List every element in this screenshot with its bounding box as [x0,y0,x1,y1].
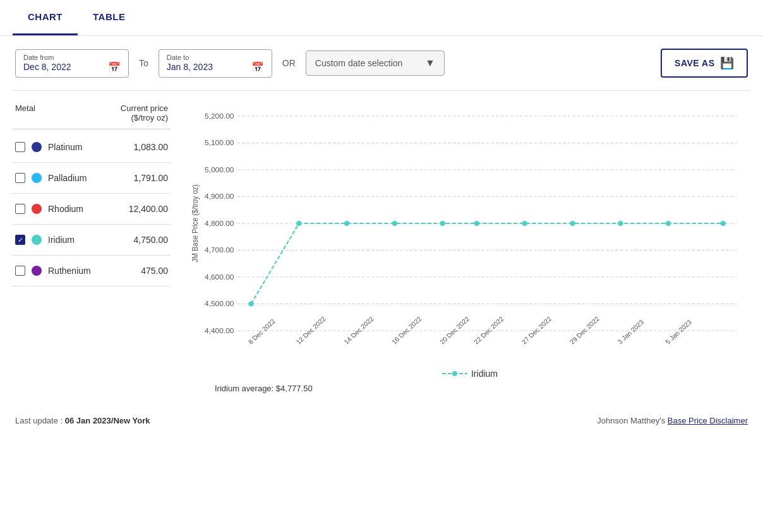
svg-text:16 Dec 2022: 16 Dec 2022 [390,316,423,346]
metal-row-rhodium: Rhodium12,400.00 [13,194,171,225]
data-point [392,221,398,226]
last-update: Last update : 06 Jan 2023/New York [15,416,150,425]
checkbox-iridium[interactable] [15,235,25,245]
header-metal: Metal [15,103,35,122]
date-from-value: Dec 8, 2022 [23,62,71,72]
checkbox-ruthenium[interactable] [15,266,25,276]
disclaimer-prefix: Johnson Matthey's [597,416,668,425]
date-to-label: Date to [167,54,264,61]
data-point [618,221,623,226]
checkbox-platinum[interactable] [15,142,25,152]
svg-text:5,000.00: 5,000.00 [205,166,234,174]
disclaimer-link[interactable]: Base Price Disclaimer [668,416,748,425]
svg-text:4,600.00: 4,600.00 [205,273,234,281]
metal-price-rhodium: 12,400.00 [129,204,168,214]
date-to-field[interactable]: Date to Jan 8, 2023 📅 [159,49,272,78]
svg-text:5,200.00: 5,200.00 [205,112,234,120]
dot-ruthenium [32,266,42,276]
tabs-container: CHART TABLE [0,0,763,36]
metal-row-iridium: Iridium4,750.00 [13,225,171,256]
svg-text:8 Dec 2022: 8 Dec 2022 [247,318,277,346]
to-label: To [139,58,148,68]
data-point [344,221,350,226]
metal-name-iridium: Iridium [48,235,128,245]
metal-row-platinum: Platinum1,083.00 [13,132,171,163]
tab-table[interactable]: TABLE [78,0,140,35]
legend-label: Iridium [471,369,498,379]
svg-text:4,500.00: 4,500.00 [205,300,234,308]
metals-table: Metal Current price($/troy oz) Platinum1… [0,91,183,399]
calendar-from-icon[interactable]: 📅 [108,61,121,73]
calendar-to-icon[interactable]: 📅 [251,61,264,73]
metal-name-palladium: Palladium [48,173,128,183]
table-header: Metal Current price($/troy oz) [13,97,171,129]
chevron-down-icon: ▼ [425,57,435,69]
legend-line-svg [442,370,467,377]
save-as-button[interactable]: SAVE AS 💾 [661,49,748,78]
chart-container: 5,200.00 5,100.00 5,000.00 4,900.00 4,80… [189,97,750,362]
last-update-value: 06 Jan 2023/New York [65,416,150,425]
svg-text:4,800.00: 4,800.00 [205,220,234,227]
dot-platinum [32,142,42,152]
metal-name-rhodium: Rhodium [48,204,123,214]
metal-price-ruthenium: 475.00 [141,266,168,276]
svg-text:29 Dec 2022: 29 Dec 2022 [568,316,601,346]
custom-date-label: Custom date selection [315,58,403,68]
checkbox-palladium[interactable] [15,173,25,183]
metal-row-ruthenium: Ruthenium475.00 [13,256,171,287]
main-content: Metal Current price($/troy oz) Platinum1… [0,91,763,399]
toolbar: Date from Dec 8, 2022 📅 To Date to Jan 8… [0,36,763,90]
chart-area: 5,200.00 5,100.00 5,000.00 4,900.00 4,80… [183,91,763,399]
data-point [570,221,575,226]
metal-price-platinum: 1,083.00 [134,142,169,152]
date-from-label: Date from [23,54,121,61]
last-update-prefix: Last update : [15,416,63,425]
svg-text:5 Jan 2023: 5 Jan 2023 [664,319,693,346]
svg-text:4,400.00: 4,400.00 [205,327,234,334]
svg-text:5,100.00: 5,100.00 [205,139,234,147]
or-label: OR [282,58,296,68]
tab-chart[interactable]: CHART [13,0,78,35]
data-point [720,221,726,226]
footer: Last update : 06 Jan 2023/New York Johns… [0,406,763,435]
iridium-line [251,223,723,304]
save-as-label: SAVE AS [675,58,714,68]
metal-price-palladium: 1,791.00 [134,173,169,183]
header-price: Current price($/troy oz) [121,103,168,122]
svg-text:20 Dec 2022: 20 Dec 2022 [438,316,471,346]
chart-legend: Iridium [189,369,750,379]
data-point [522,221,527,226]
custom-date-dropdown[interactable]: Custom date selection ▼ [306,50,445,76]
metal-name-platinum: Platinum [48,142,128,152]
data-point [440,221,445,226]
svg-text:JM Base Price ($/troy oz): JM Base Price ($/troy oz) [191,184,199,263]
data-point [474,221,479,226]
metal-row-palladium: Palladium1,791.00 [13,163,171,194]
date-to-value: Jan 8, 2023 [167,62,213,72]
average-text: Iridium average: $4,777.50 [189,384,750,393]
svg-point-30 [452,371,457,376]
checkbox-rhodium[interactable] [15,204,25,214]
svg-text:3 Jan 2023: 3 Jan 2023 [616,319,646,346]
svg-text:14 Dec 2022: 14 Dec 2022 [342,316,375,346]
dot-rhodium [32,204,42,214]
data-point [248,302,254,307]
svg-text:4,700.00: 4,700.00 [205,247,234,254]
dot-iridium [32,235,42,245]
dot-palladium [32,173,42,183]
svg-text:4,900.00: 4,900.00 [205,193,234,201]
metal-price-iridium: 4,750.00 [134,235,169,245]
save-icon: 💾 [720,56,735,70]
svg-text:22 Dec 2022: 22 Dec 2022 [472,316,505,346]
date-from-field[interactable]: Date from Dec 8, 2022 📅 [15,49,129,78]
data-point [666,221,671,226]
data-point [296,221,302,226]
disclaimer: Johnson Matthey's Base Price Disclaimer [597,416,748,425]
chart-svg: 5,200.00 5,100.00 5,000.00 4,900.00 4,80… [189,97,750,362]
svg-text:27 Dec 2022: 27 Dec 2022 [520,316,553,346]
svg-text:12 Dec 2022: 12 Dec 2022 [295,316,328,346]
metal-name-ruthenium: Ruthenium [48,266,135,276]
